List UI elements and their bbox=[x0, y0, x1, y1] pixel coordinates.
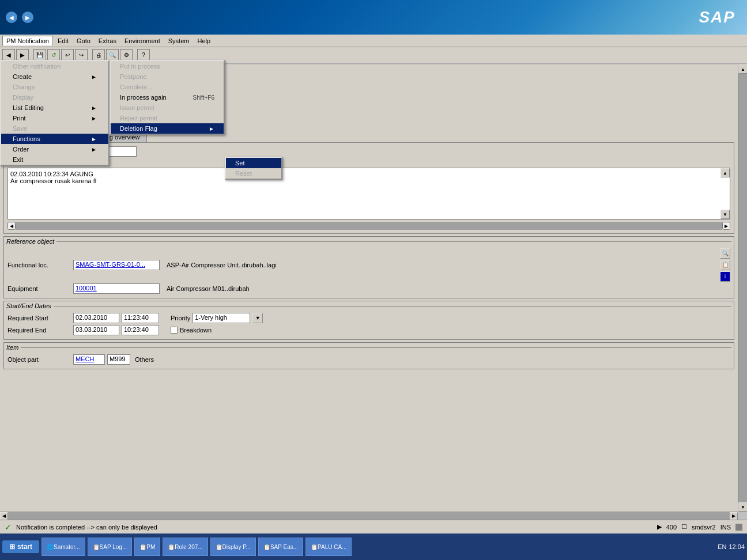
clock: 12:04 bbox=[729, 543, 745, 550]
status-message: Notification is completed --> can only b… bbox=[16, 524, 157, 531]
sap-icon: 📋 bbox=[93, 544, 100, 550]
menu-goto[interactable]: Goto bbox=[73, 36, 94, 46]
nav-back-icon[interactable]: ◀ bbox=[6, 12, 17, 23]
submenu-postpone[interactable]: Postpone bbox=[111, 71, 224, 82]
submenu-issue-permit[interactable]: Issue permit bbox=[111, 103, 224, 113]
browser-icon: 🌐 bbox=[47, 544, 54, 550]
description-row: Description bbox=[7, 146, 730, 157]
menu-display[interactable]: Display bbox=[1, 92, 108, 103]
status-bar: ✓ Notification is completed --> can only… bbox=[0, 520, 747, 533]
deletion-set[interactable]: Set bbox=[226, 158, 281, 168]
priority-value: 1-Very high bbox=[193, 313, 250, 323]
log-entry-row: 02.03.2010 10:23:34 AGUNG bbox=[10, 171, 727, 177]
reference-object-header: Reference object bbox=[4, 237, 734, 246]
menu-edit[interactable]: Edit bbox=[54, 36, 72, 46]
item-content: Object part MECH M999 Others bbox=[4, 352, 734, 369]
required-end-time: 10:23:40 bbox=[122, 325, 159, 335]
status-server: smdsvr2 bbox=[692, 524, 716, 531]
h-scroll-left[interactable]: ◀ bbox=[7, 222, 16, 230]
priority-dropdown[interactable]: ▼ bbox=[252, 313, 263, 323]
h-scroll-track-main[interactable] bbox=[8, 512, 730, 520]
submenu-put-in-process[interactable]: Put in process bbox=[111, 61, 224, 71]
start-button[interactable]: ⊞ start bbox=[2, 540, 39, 553]
taskbar-item-samator[interactable]: 🌐 Samator... bbox=[42, 538, 85, 556]
h-scroll-right-main[interactable]: ▶ bbox=[730, 512, 738, 520]
submenu-deletion-flag[interactable]: Deletion Flag ► bbox=[111, 123, 224, 134]
nav-forward-icon[interactable]: ▶ bbox=[22, 12, 33, 23]
menu-pm-notification[interactable]: PM Notification bbox=[2, 36, 53, 46]
textarea-scroll-down[interactable]: ▼ bbox=[720, 210, 730, 219]
required-start-row: Required Start 02.03.2010 11:23:40 Prior… bbox=[7, 313, 730, 323]
textarea-scroll-up[interactable]: ▲ bbox=[720, 168, 730, 177]
breakdown-checkbox[interactable] bbox=[171, 327, 178, 334]
submenu-in-process-again[interactable]: In process again Shift+F6 bbox=[111, 92, 224, 103]
required-end-row: Required End 03.03.2010 10:23:40 Breakdo… bbox=[7, 325, 730, 335]
status-mode: INS bbox=[720, 524, 731, 531]
print-arrow: ► bbox=[91, 115, 97, 122]
pm-notification-dropdown: Other notification Create ► Change Displ… bbox=[0, 60, 110, 166]
v-scroll-up[interactable]: ▲ bbox=[738, 65, 747, 74]
submenu-reject-permit[interactable]: Reject permit bbox=[111, 113, 224, 123]
reference-object-section: Reference object Functional loc. SMAG-SM… bbox=[3, 236, 734, 298]
start-end-dates-section: Start/End Dates Required Start 02.03.201… bbox=[3, 301, 734, 340]
status-code: 400 bbox=[666, 524, 677, 531]
sap-header: ◀ ▶ SAP bbox=[0, 0, 747, 35]
v-scroll-track[interactable] bbox=[738, 74, 747, 502]
start-end-content: Required Start 02.03.2010 11:23:40 Prior… bbox=[4, 311, 734, 339]
object-part-label: Object part bbox=[7, 356, 71, 363]
menu-functions[interactable]: Functions ► bbox=[1, 134, 108, 144]
menu-environment[interactable]: Environment bbox=[121, 36, 164, 46]
required-start-date: 02.03.2010 bbox=[73, 313, 119, 323]
required-start-label: Required Start bbox=[7, 315, 71, 321]
menu-exit[interactable]: Exit bbox=[1, 154, 108, 165]
taskbar-item-sap-log[interactable]: 📋 SAP Log... bbox=[88, 538, 133, 556]
ref-obj-btn1[interactable]: 🔍 bbox=[720, 248, 730, 259]
menu-save[interactable]: Save bbox=[1, 123, 108, 134]
h-scroll-left-main[interactable]: ◀ bbox=[0, 512, 8, 520]
object-part-value: MECH bbox=[73, 354, 105, 365]
taskbar-item-pm[interactable]: 📋 PM bbox=[134, 538, 160, 556]
functional-loc-desc: ASP-Air Compressor Unit..dirubah..lagi bbox=[167, 262, 277, 268]
windows-logo: ⊞ bbox=[9, 543, 15, 551]
menu-order[interactable]: Order ► bbox=[1, 144, 108, 154]
status-mode-indicator: ☐ bbox=[681, 523, 687, 531]
menu-change[interactable]: Change bbox=[1, 82, 108, 92]
taskbar-right: EN 12:04 bbox=[718, 543, 745, 550]
menu-create[interactable]: Create ► bbox=[1, 71, 108, 82]
checkbox-row bbox=[7, 158, 730, 165]
ref-obj-btn2[interactable]: 📋 bbox=[720, 260, 730, 270]
v-scroll-down[interactable]: ▼ bbox=[738, 502, 747, 512]
equipment-row: Equipment 100001 Air Compressor M01..dir… bbox=[7, 283, 730, 294]
in-process-shortcut: Shift+F6 bbox=[193, 94, 214, 101]
menu-help[interactable]: Help bbox=[194, 36, 214, 46]
menu-system[interactable]: System bbox=[165, 36, 193, 46]
menu-bar: PM Notification Edit Goto Extras Environ… bbox=[0, 35, 747, 47]
taskbar-item-palu-ca[interactable]: 📋 PALU CA... bbox=[305, 538, 352, 556]
deletion-reset[interactable]: Reset bbox=[226, 168, 281, 179]
start-end-header: Start/End Dates bbox=[4, 301, 734, 311]
menu-other-notification[interactable]: Other notification bbox=[1, 61, 108, 71]
taskbar-item-display-p[interactable]: 📋 Display P... bbox=[210, 538, 256, 556]
deletion-flag-arrow: ► bbox=[209, 126, 214, 132]
order-arrow: ► bbox=[91, 146, 97, 153]
equipment-desc: Air Compressor M01..dirubah bbox=[167, 285, 250, 292]
functional-loc-label: Functional loc. bbox=[7, 262, 71, 268]
taskbar-item-role[interactable]: 📋 Role 207... bbox=[163, 538, 207, 556]
breakdown-label: Breakdown bbox=[180, 327, 212, 334]
create-arrow: ► bbox=[91, 74, 97, 80]
status-end-indicator bbox=[735, 524, 742, 531]
ref-obj-info[interactable]: i bbox=[720, 271, 730, 282]
reference-object-title: Reference object bbox=[6, 238, 54, 245]
functions-arrow: ► bbox=[91, 136, 97, 142]
taskbar-item-sap-eas[interactable]: 📋 SAP Eas... bbox=[258, 538, 303, 556]
menu-print[interactable]: Print ► bbox=[1, 113, 108, 123]
menu-extras[interactable]: Extras bbox=[95, 36, 120, 46]
submenu-complete[interactable]: Complete... bbox=[111, 82, 224, 92]
object-part-row: Object part MECH M999 Others bbox=[7, 354, 730, 365]
h-scrollbar: ◀ ▶ bbox=[0, 512, 738, 520]
display-icon: 📋 bbox=[216, 544, 222, 550]
list-editing-arrow: ► bbox=[91, 105, 97, 111]
text-area-h-scroll[interactable]: ◀ ▶ bbox=[7, 222, 730, 230]
h-scroll-right[interactable]: ▶ bbox=[722, 222, 730, 230]
menu-list-editing[interactable]: List Editing ► bbox=[1, 103, 108, 113]
